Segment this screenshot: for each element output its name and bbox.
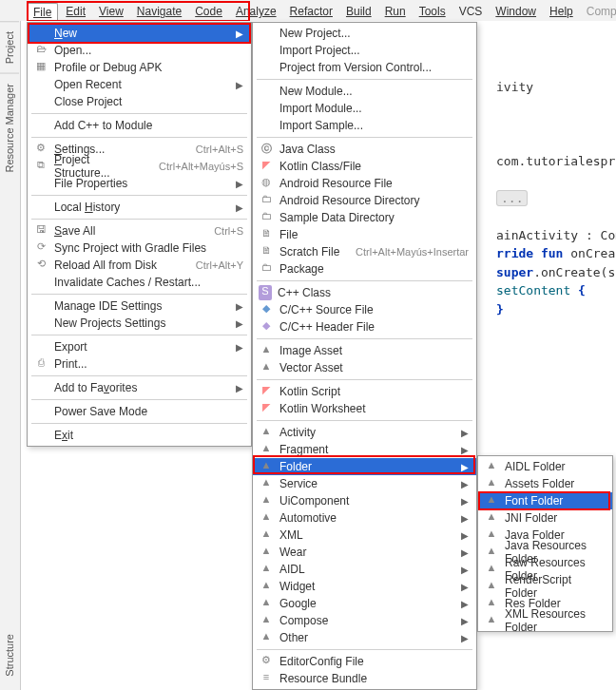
new-menu-item-wear[interactable]: ▲Wear▶ bbox=[253, 544, 476, 561]
menu-item-label: Invalidate Caches / Restart... bbox=[54, 276, 243, 289]
new-menu-item-c-class[interactable]: SC++ Class bbox=[253, 284, 476, 301]
submenu-arrow-icon: ▶ bbox=[461, 513, 469, 524]
menu-item-label: C/C++ Source File bbox=[279, 303, 469, 316]
new-menu-item-vector-asset[interactable]: ▲Vector Asset bbox=[253, 359, 476, 376]
new-menu-item-sample-data-directory[interactable]: 🗀Sample Data Directory bbox=[253, 209, 476, 226]
new-menu-item-java-class[interactable]: ⓒJava Class bbox=[253, 141, 476, 158]
shortcut-label: Ctrl+Alt+Mayús+Insertar bbox=[356, 246, 469, 258]
new-menu-item-package[interactable]: 🗀Package bbox=[253, 260, 476, 278]
new-menu-item-project-from-version-control[interactable]: Project from Version Control... bbox=[253, 59, 476, 76]
menu-item-label: Other bbox=[279, 631, 452, 644]
android-icon: ▲ bbox=[484, 613, 499, 628]
android-icon: ▲ bbox=[259, 596, 274, 611]
new-menu-item-kotlin-worksheet[interactable]: ◤Kotlin Worksheet bbox=[253, 400, 476, 417]
menu-item-label: New bbox=[54, 27, 226, 40]
shortcut-label: Ctrl+S bbox=[214, 225, 243, 237]
blank-icon bbox=[33, 404, 48, 419]
new-menu-item-new-project[interactable]: New Project... bbox=[253, 25, 476, 42]
menu-item-label: Image Asset bbox=[279, 344, 469, 357]
fold-icon[interactable]: ... bbox=[496, 190, 528, 206]
folder-menu-item-aidl-folder[interactable]: ▲AIDL Folder bbox=[478, 458, 612, 475]
rail-structure[interactable]: Structure bbox=[0, 624, 19, 686]
new-menu-item-file[interactable]: 🗎File bbox=[253, 226, 476, 243]
new-menu-item-aidl[interactable]: ▲AIDL▶ bbox=[253, 561, 476, 578]
new-menu-item-other[interactable]: ▲Other▶ bbox=[253, 629, 476, 646]
submenu-arrow-icon: ▶ bbox=[236, 301, 243, 312]
file-menu-item-new-projects-settings[interactable]: New Projects Settings▶ bbox=[28, 315, 251, 332]
file-menu-item-print[interactable]: ⎙Print... bbox=[28, 355, 251, 373]
new-menu-item-android-resource-file[interactable]: ◍Android Resource File bbox=[253, 175, 476, 192]
file-menu-item-open-recent[interactable]: Open Recent▶ bbox=[28, 76, 251, 93]
file-menu-item-save-all[interactable]: 🖫Save AllCtrl+S bbox=[28, 222, 251, 240]
file-menu-item-export[interactable]: Export▶ bbox=[28, 338, 251, 355]
new-menu-item-scratch-file[interactable]: 🗎Scratch FileCtrl+Alt+Mayús+Insertar bbox=[253, 243, 476, 260]
new-menu-item-folder[interactable]: ▲Folder▶ bbox=[253, 458, 476, 475]
file-menu-item-project-structure[interactable]: ⧉Project Structure...Ctrl+Alt+Mayús+S bbox=[28, 158, 251, 175]
left-tool-rail: Project Resource Manager Structure bbox=[0, 21, 21, 690]
new-menu-item-automotive[interactable]: ▲Automotive▶ bbox=[253, 509, 476, 527]
menu-item-label: Vector Asset bbox=[279, 361, 469, 374]
android-icon: ▲ bbox=[259, 476, 274, 491]
print-icon: ⎙ bbox=[33, 356, 48, 372]
new-menu-item-compose[interactable]: ▲Compose▶ bbox=[253, 612, 476, 629]
submenu-arrow-icon: ▶ bbox=[461, 582, 469, 592]
new-menu-item-xml[interactable]: ▲XML▶ bbox=[253, 527, 476, 544]
folder-menu-item-assets-folder[interactable]: ▲Assets Folder bbox=[478, 475, 612, 492]
submenu-arrow-icon: ▶ bbox=[461, 547, 469, 558]
folder-menu-item-renderscript-folder[interactable]: ▲RenderScript Folder bbox=[478, 578, 612, 595]
new-menu-item-resource-bundle[interactable]: ≡Resource Bundle bbox=[253, 670, 476, 687]
file-menu-item-reload-all-from-disk[interactable]: ⟲Reload All from DiskCtrl+Alt+Y bbox=[28, 257, 251, 274]
file-menu-item-exit[interactable]: Exit bbox=[28, 427, 251, 444]
new-menu-item-image-asset[interactable]: ▲Image Asset bbox=[253, 342, 476, 359]
file-menu-item-new[interactable]: New▶ bbox=[28, 25, 251, 42]
folder-menu-item-font-folder[interactable]: ▲Font Folder bbox=[478, 492, 612, 509]
new-menu-item-activity[interactable]: ▲Activity▶ bbox=[253, 424, 476, 441]
cpp-icon: ◆ bbox=[259, 302, 274, 317]
gear-icon: ⚙ bbox=[259, 654, 274, 669]
file-menu-item-invalidate-caches-restart[interactable]: Invalidate Caches / Restart... bbox=[28, 274, 251, 291]
file-menu-item-manage-ide-settings[interactable]: Manage IDE Settings▶ bbox=[28, 297, 251, 315]
new-menu-item-fragment[interactable]: ▲Fragment▶ bbox=[253, 441, 476, 458]
submenu-arrow-icon: ▶ bbox=[461, 599, 469, 609]
new-menu-item-android-resource-directory[interactable]: 🗀Android Resource Directory bbox=[253, 192, 476, 209]
separator bbox=[31, 294, 247, 295]
shortcut-label: Ctrl+Alt+Mayús+S bbox=[159, 161, 243, 172]
shortcut-label: Ctrl+Alt+Y bbox=[196, 259, 243, 271]
file-menu-item-open[interactable]: 🗁Open... bbox=[28, 42, 251, 59]
android-icon: ▲ bbox=[484, 596, 499, 611]
new-menu-item-uicomponent[interactable]: ▲UiComponent▶ bbox=[253, 492, 476, 509]
new-menu-item-import-module[interactable]: Import Module... bbox=[253, 100, 476, 117]
folder-menu-item-xml-resources-folder[interactable]: ▲XML Resources Folder bbox=[478, 612, 612, 629]
menu-item-label: Sync Project with Gradle Files bbox=[54, 241, 243, 255]
menu-item-label: Automotive bbox=[279, 511, 452, 525]
rail-resource-manager[interactable]: Resource Manager bbox=[0, 73, 19, 182]
rail-project[interactable]: Project bbox=[0, 21, 19, 73]
blank-icon bbox=[33, 298, 48, 314]
menu-item-label: Add to Favorites bbox=[54, 381, 226, 394]
file-menu-item-local-history[interactable]: Local History▶ bbox=[28, 199, 251, 216]
menu-item-label: Resource Bundle bbox=[279, 672, 469, 685]
separator bbox=[31, 399, 247, 400]
new-menu-item-kotlin-class-file[interactable]: ◤Kotlin Class/File bbox=[253, 158, 476, 175]
separator bbox=[31, 195, 247, 196]
new-menu-item-import-project[interactable]: Import Project... bbox=[253, 42, 476, 59]
file-menu-item-sync-project-with-gradle-files[interactable]: ⟳Sync Project with Gradle Files bbox=[28, 240, 251, 257]
new-menu-item-import-sample[interactable]: Import Sample... bbox=[253, 117, 476, 134]
folder-menu-item-jni-folder[interactable]: ▲JNI Folder bbox=[478, 509, 612, 527]
file-menu-item-power-save-mode[interactable]: Power Save Mode bbox=[28, 403, 251, 420]
new-menu-item-editorconfig-file[interactable]: ⚙EditorConfig File bbox=[253, 653, 476, 670]
new-menu-item-c-c-source-file[interactable]: ◆C/C++ Source File bbox=[253, 301, 476, 318]
new-menu-item-new-module[interactable]: New Module... bbox=[253, 83, 476, 100]
file-menu-item-file-properties[interactable]: File Properties▶ bbox=[28, 175, 251, 192]
separator bbox=[257, 649, 472, 650]
file-menu-item-add-to-favorites[interactable]: Add to Favorites▶ bbox=[28, 379, 251, 396]
file-menu-item-close-project[interactable]: Close Project bbox=[28, 93, 251, 110]
new-menu-item-c-c-header-file[interactable]: ◆C/C++ Header File bbox=[253, 318, 476, 335]
new-menu-item-kotlin-script[interactable]: ◤Kotlin Script bbox=[253, 383, 476, 400]
new-menu-item-service[interactable]: ▲Service▶ bbox=[253, 475, 476, 492]
new-menu-item-google[interactable]: ▲Google▶ bbox=[253, 595, 476, 612]
file-menu-item-add-c-to-module[interactable]: Add C++ to Module bbox=[28, 117, 251, 134]
new-menu-item-widget[interactable]: ▲Widget▶ bbox=[253, 578, 476, 595]
file-menu-item-profile-or-debug-apk[interactable]: ▦Profile or Debug APK bbox=[28, 59, 251, 76]
android-icon: ▲ bbox=[484, 510, 499, 526]
